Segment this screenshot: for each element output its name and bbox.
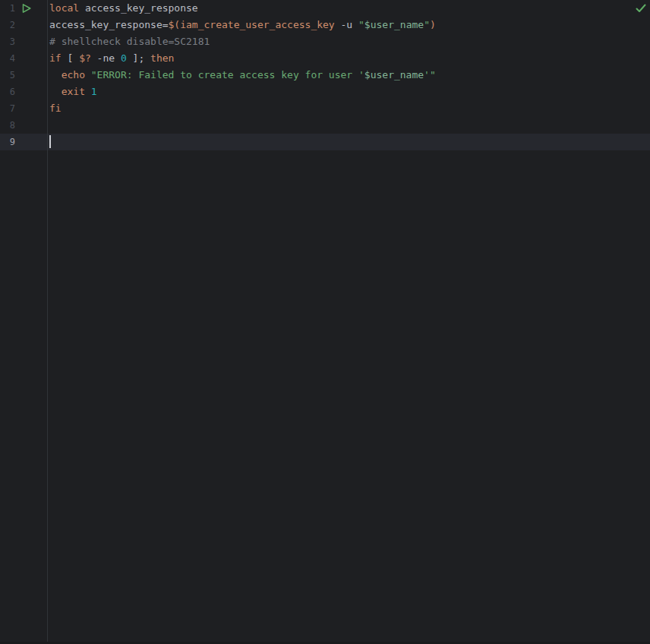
token-keyword: if xyxy=(49,52,62,64)
gutter-icon-slot xyxy=(21,70,32,80)
line-number: 9 xyxy=(0,134,15,150)
line-number: 6 xyxy=(0,84,15,100)
gutter-cell[interactable]: 2 xyxy=(0,17,48,33)
line-number: 2 xyxy=(0,17,15,33)
gutter-cell[interactable]: 4 xyxy=(0,50,48,67)
token-number: 1 xyxy=(91,86,97,97)
code-line-text[interactable] xyxy=(48,117,650,134)
line-number: 1 xyxy=(0,0,15,17)
token-keyword: ) xyxy=(430,19,436,30)
token-keyword: local xyxy=(49,2,79,14)
code-line-text[interactable]: if [ $? -ne 0 ]; then xyxy=(48,50,650,67)
code-row[interactable]: 8 xyxy=(0,117,650,134)
token-plain xyxy=(85,69,91,80)
token-plain xyxy=(49,69,62,80)
checkmark-icon xyxy=(635,2,647,14)
code-line-text[interactable]: # shellcheck disable=SC2181 xyxy=(48,33,650,50)
gutter-cell[interactable]: 5 xyxy=(0,67,48,84)
gutter-cell[interactable]: 6 xyxy=(0,84,48,100)
gutter-icon-slot xyxy=(21,87,32,97)
inspections-status-icon[interactable] xyxy=(635,2,647,14)
gutter-icon-slot xyxy=(21,137,32,147)
code-row[interactable]: 6 exit 1 xyxy=(0,84,650,100)
token-plain: -u xyxy=(335,19,358,30)
code-row[interactable]: 5 echo "ERROR: Failed to create access k… xyxy=(0,67,650,84)
token-plain: -ne xyxy=(91,52,121,64)
code-row[interactable]: 4if [ $? -ne 0 ]; then xyxy=(0,50,650,67)
token-keyword: exit xyxy=(62,86,85,97)
gutter-icon-slot xyxy=(21,120,32,131)
code-line-text[interactable]: fi xyxy=(48,100,650,117)
token-plain: ]; xyxy=(127,52,150,64)
token-keyword: $? xyxy=(79,52,91,64)
token-keyword: then xyxy=(150,52,174,64)
gutter-cell[interactable]: 3 xyxy=(0,33,48,50)
line-number: 4 xyxy=(0,50,15,67)
gutter-icon-slot xyxy=(21,53,32,64)
token-comment: # shellcheck disable=SC2181 xyxy=(49,36,210,47)
code-row[interactable]: 7fi xyxy=(0,100,650,117)
token-string: "ERROR: Failed to create access key for … xyxy=(91,69,364,80)
gutter-cell[interactable]: 8 xyxy=(0,117,48,134)
token-variable: $user_name xyxy=(364,69,424,80)
token-plain xyxy=(49,86,62,97)
token-plain: access_key_response xyxy=(79,2,198,14)
token-string: '" xyxy=(424,69,436,80)
line-number: 8 xyxy=(0,117,15,134)
gutter-icon-slot xyxy=(21,20,32,30)
gutter-icon-slot xyxy=(21,36,32,47)
code-line-text[interactable]: access_key_response=$(iam_create_user_ac… xyxy=(48,17,650,33)
token-plain: access_key_response= xyxy=(49,19,169,30)
code-row[interactable]: 2access_key_response=$(iam_create_user_a… xyxy=(0,17,650,33)
code-line-text[interactable]: exit 1 xyxy=(48,84,650,100)
token-number: 0 xyxy=(121,52,127,64)
gutter-cell[interactable]: 9 xyxy=(0,134,48,150)
text-caret xyxy=(49,135,51,148)
run-icon[interactable] xyxy=(21,3,32,14)
gutter-cell[interactable]: 7 xyxy=(0,100,48,117)
code-row[interactable]: 9 xyxy=(0,134,650,150)
gutter-cell[interactable]: 1 xyxy=(0,0,48,17)
token-keyword: echo xyxy=(62,69,85,80)
token-string: " xyxy=(424,19,430,30)
gutter-icon-slot xyxy=(21,103,32,114)
code-row[interactable]: 3# shellcheck disable=SC2181 xyxy=(0,33,650,50)
code-line-text[interactable]: local access_key_response xyxy=(48,0,650,17)
token-plain xyxy=(85,86,91,97)
token-plain: [ xyxy=(62,52,79,64)
token-string: " xyxy=(358,19,364,30)
code-editor[interactable]: 1local access_key_response2access_key_re… xyxy=(0,0,650,644)
token-keyword: fi xyxy=(49,103,62,114)
code-line-text[interactable] xyxy=(48,134,650,150)
token-keyword: $(iam_create_user_access_key xyxy=(169,19,335,30)
token-variable: $user_name xyxy=(364,19,424,30)
editor-lines: 1local access_key_response2access_key_re… xyxy=(0,0,650,150)
code-line-text[interactable]: echo "ERROR: Failed to create access key… xyxy=(48,67,650,84)
line-number: 7 xyxy=(0,100,15,117)
code-row[interactable]: 1local access_key_response xyxy=(0,0,650,17)
line-number: 3 xyxy=(0,33,15,50)
line-number: 5 xyxy=(0,67,15,84)
